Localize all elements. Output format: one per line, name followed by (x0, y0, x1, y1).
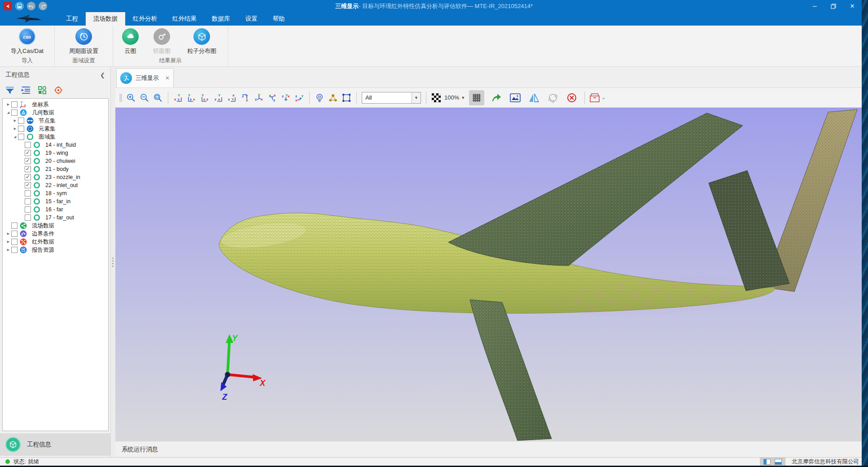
zoom-fit-icon[interactable] (152, 92, 164, 104)
tree-checkbox[interactable] (25, 214, 31, 221)
tree-checkbox[interactable] (18, 134, 24, 140)
menu-item[interactable]: 红外分析 (125, 12, 165, 26)
minimize-button[interactable]: ─ (805, 0, 824, 12)
view-right-icon[interactable]: zxY (213, 92, 224, 104)
tab-close-icon[interactable]: ✕ (165, 75, 170, 81)
opacity-level-control[interactable]: 100% ▼ (444, 94, 465, 101)
tree-checkbox[interactable] (25, 174, 31, 180)
snapshot-icon[interactable] (509, 92, 521, 104)
menu-item[interactable]: 红外结果 (165, 12, 204, 26)
tree-item[interactable]: 22 - inlet_out (3, 181, 108, 189)
view-left-icon[interactable]: xzY (199, 92, 211, 104)
tree-checkbox[interactable] (25, 142, 31, 148)
save-icon[interactable] (15, 2, 24, 10)
close-button[interactable]: ✕ (843, 0, 862, 12)
periodic-face-button[interactable]: 周期面设置 (63, 28, 105, 55)
expand-arrow-icon[interactable]: ▶ (5, 103, 11, 106)
panel-collapse-icon[interactable]: ❮ (100, 72, 105, 79)
view-bottom-icon[interactable]: zYx (240, 92, 251, 104)
tree-checkbox[interactable] (18, 118, 24, 124)
tree-checkbox[interactable] (25, 206, 31, 213)
expand-arrow-icon[interactable]: ▶ (5, 248, 11, 252)
tree-item[interactable]: ▶红外数据 (3, 238, 108, 246)
filter-icon[interactable] (4, 85, 15, 96)
tree-item[interactable]: 21 - body (3, 165, 108, 173)
zoom-out-icon[interactable] (139, 92, 150, 104)
iso-view-1-icon[interactable]: zxy (253, 92, 265, 104)
expand-arrow-icon[interactable]: ▶ (5, 240, 11, 244)
tree-checkbox[interactable] (11, 239, 18, 245)
expand-arrow-icon[interactable]: ◢ (5, 111, 11, 114)
tree-item[interactable]: ◢几何数据 (3, 109, 108, 117)
tree-item[interactable]: 19 - wing (3, 149, 108, 157)
tree-item[interactable]: ▶边界条件 (3, 230, 108, 238)
tree-item[interactable]: ▶Yzx坐标系 (3, 100, 108, 109)
tree-checkbox[interactable] (25, 190, 31, 196)
tree-item[interactable]: 17 - far_out (3, 214, 108, 222)
opacity-checker-icon[interactable] (430, 92, 442, 104)
combobox-dropdown-icon[interactable]: ▼ (412, 92, 421, 103)
tree-checkbox[interactable] (11, 231, 18, 237)
tree-checkbox[interactable] (11, 223, 18, 229)
view-front-icon[interactable]: xzY (172, 92, 184, 104)
layout-bottom-panel-icon[interactable] (775, 459, 782, 465)
menu-item[interactable]: 工程 (58, 12, 86, 26)
tree-checkbox[interactable] (11, 101, 18, 108)
menu-item[interactable]: 数据库 (204, 12, 238, 26)
tree-checkbox[interactable] (11, 247, 18, 253)
group-grid-icon[interactable] (37, 85, 48, 96)
project-info-bottom-button[interactable]: 工程信息 (0, 433, 110, 456)
mirror-icon[interactable] (528, 92, 540, 104)
tree-item[interactable]: 15 - far_in (3, 197, 108, 205)
nodes-icon[interactable] (327, 92, 339, 104)
list-outdent-icon[interactable] (21, 85, 31, 96)
menu-item[interactable]: 帮助 (265, 12, 293, 26)
particle-plot-button[interactable]: 粒子分布图 (180, 28, 224, 55)
expand-arrow-icon[interactable]: ▶ (12, 119, 18, 122)
tree-item[interactable]: 16 - far (3, 205, 108, 214)
iso-view-2-icon[interactable]: yxz (267, 92, 278, 104)
tree-item[interactable]: 23 - nozzle_in (3, 173, 108, 181)
tree-item[interactable]: 20 - chuiwei (3, 157, 108, 165)
contour-plot-button[interactable]: 云图 (117, 28, 145, 55)
tab-3d-display[interactable]: 三维显示 ✕ (116, 68, 174, 87)
package-chevron-icon[interactable]: ⌄ (601, 95, 605, 100)
target-icon[interactable] (53, 85, 64, 96)
tree-checkbox[interactable] (25, 182, 31, 188)
expand-arrow-icon[interactable]: ▶ (5, 232, 11, 236)
display-filter-combobox[interactable]: All ▼ (362, 92, 421, 104)
zoom-in-icon[interactable] (125, 92, 137, 104)
light-icon[interactable] (314, 92, 325, 104)
mesh-grid-toggle[interactable] (469, 90, 484, 105)
clear-view-icon[interactable] (566, 92, 578, 104)
view-top-icon[interactable]: zYx (226, 92, 238, 104)
view-back-icon[interactable]: zxY (186, 92, 197, 104)
import-cas-dat-button[interactable]: cas 导入Cas/Dat (7, 28, 48, 55)
tree-checkbox[interactable] (25, 198, 31, 205)
tree-item[interactable]: 14 - int_fluid (3, 141, 108, 149)
tree-item[interactable]: ◢面域集 (3, 133, 108, 141)
panel-splitter[interactable] (111, 67, 115, 457)
package-box-icon[interactable] (589, 92, 601, 104)
expand-arrow-icon[interactable]: ◢ (12, 135, 18, 139)
tree-item[interactable]: 18 - sym (3, 189, 108, 197)
iso-view-3-icon[interactable]: zYx (280, 92, 292, 104)
viewport-3d[interactable]: Y X Z (115, 108, 862, 441)
tree-checkbox[interactable] (25, 166, 31, 172)
export-arrow-icon[interactable] (491, 92, 502, 104)
menu-item[interactable]: 流场数据 (86, 12, 125, 26)
tree-item[interactable]: ▶报告资源 (3, 246, 108, 254)
app-logo-icon[interactable] (3, 2, 12, 10)
layout-left-panel-icon[interactable] (763, 459, 771, 465)
tree-checkbox[interactable] (11, 109, 18, 116)
toolbar-drag-handle[interactable] (118, 92, 123, 104)
tree-item[interactable]: ▶节点集 (3, 117, 108, 125)
tree-checkbox[interactable] (18, 126, 24, 132)
tree-checkbox[interactable] (25, 158, 31, 164)
iso-view-4-icon[interactable]: zxY (294, 92, 305, 104)
menu-item[interactable]: 设置 (238, 12, 265, 26)
tree-item[interactable]: 流场数据 (3, 222, 108, 230)
tree-item[interactable]: ▶元素集 (3, 125, 108, 133)
select-box-icon[interactable] (341, 92, 352, 104)
expand-arrow-icon[interactable]: ▶ (12, 127, 18, 131)
